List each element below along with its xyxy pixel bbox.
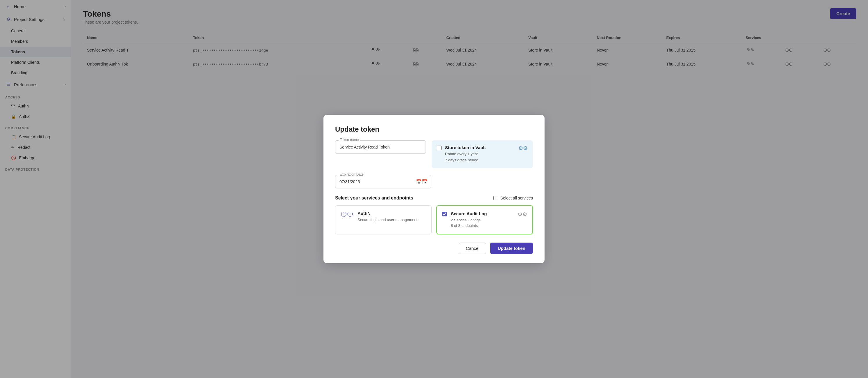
vault-card-title: Store token in Vault [445,145,515,150]
vault-card-text: Store token in Vault Rotate every 1 year… [445,145,515,163]
vault-card-spacer [437,175,533,188]
vault-gear-icon[interactable]: ⚙ [518,145,528,151]
authn-service-icon: 🛡 [341,211,353,219]
cancel-button[interactable]: Cancel [459,242,486,254]
select-all-checkbox[interactable] [493,196,498,200]
calendar-icon: 📅 [416,179,428,184]
token-name-input[interactable] [335,140,426,154]
update-token-button[interactable]: Update token [490,242,533,254]
modal-form-row-2: Expiration Date 📅 [335,175,533,188]
token-name-label: Token name [339,138,360,142]
main-content: Create Tokens These are your project tok… [71,0,868,378]
secure-audit-log-sub-1: 2 Service Configs [451,217,514,223]
modal-form-row-1: Token name Store token in Vault Rotate e… [335,140,533,168]
secure-audit-log-title: Secure Audit Log [451,211,514,216]
vault-card-sub-2: 7 days grace period [445,157,515,163]
vault-card: Store token in Vault Rotate every 1 year… [432,140,533,168]
secure-audit-log-checkbox[interactable] [442,212,447,216]
service-card-authn: 🛡 AuthN Secure login and user management [335,205,432,234]
token-name-field: Token name [335,140,426,168]
authn-service-title: AuthN [358,211,426,216]
expiration-label: Expiration Date [339,172,365,176]
secure-audit-log-gear-icon[interactable]: ⚙ [518,211,527,217]
select-all-row: Select all services [493,196,533,200]
secure-audit-log-text: Secure Audit Log 2 Service Configs 8 of … [451,211,514,229]
service-card-secure-audit-log: Secure Audit Log 2 Service Configs 8 of … [436,205,533,234]
expiration-field: Expiration Date 📅 [335,175,431,188]
vault-card-sub-1: Rotate every 1 year [445,151,515,157]
select-all-label: Select all services [500,196,533,200]
update-token-modal: Update token Token name Store token in V… [323,115,545,263]
secure-audit-log-sub-2: 8 of 8 endpoints [451,223,514,229]
modal-overlay: Update token Token name Store token in V… [71,0,868,378]
services-header: Select your services and endpoints Selec… [335,196,533,201]
authn-service-text: AuthN Secure login and user management [358,211,426,223]
modal-title: Update token [335,125,533,134]
authn-service-subtitle: Secure login and user management [358,217,426,223]
modal-footer: Cancel Update token [335,242,533,254]
services-section-title: Select your services and endpoints [335,196,413,201]
vault-checkbox[interactable] [437,146,441,150]
services-grid: 🛡 AuthN Secure login and user management… [335,205,533,234]
